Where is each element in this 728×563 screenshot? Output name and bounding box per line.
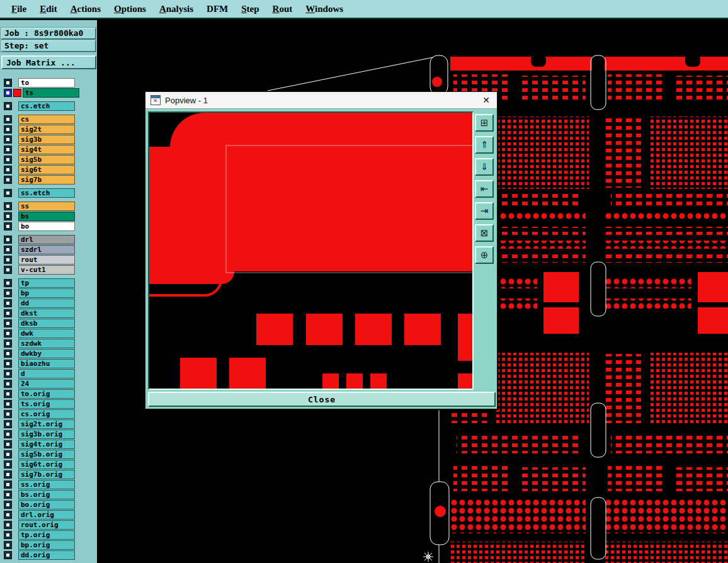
layer-name-dksb[interactable]: dksb [18, 319, 75, 328]
popview-viewport[interactable] [148, 111, 474, 390]
pan-center-button[interactable]: ⊕ [475, 246, 494, 264]
layer-name-sig7b.orig[interactable]: sig7b.orig [18, 470, 75, 479]
layer-name-ss.orig[interactable]: ss.orig [18, 480, 75, 489]
layer-name-cs[interactable]: cs [18, 115, 75, 124]
layer-name-sig7b[interactable]: sig7b [18, 175, 75, 185]
menu-item-actions[interactable]: Actions [71, 4, 101, 14]
layer-name-sig3b[interactable]: sig3b [18, 135, 75, 144]
menu-item-file[interactable]: File [11, 4, 26, 14]
layer-toggle-sig3b.orig[interactable] [4, 430, 12, 438]
layer-toggle-sig2t.orig[interactable] [4, 420, 12, 428]
layer-name-dkst[interactable]: dkst [18, 309, 75, 318]
layer-name-to.orig[interactable]: to.orig [18, 389, 75, 399]
menu-item-step[interactable]: Step [241, 4, 259, 14]
layer-toggle-cs[interactable] [4, 115, 12, 123]
layer-toggle-drl.orig[interactable] [4, 511, 12, 519]
layer-toggle-sig5b.orig[interactable] [4, 450, 12, 458]
layer-name-ts.orig[interactable]: ts.orig [18, 399, 75, 409]
layer-name-sig4t[interactable]: sig4t [18, 145, 75, 154]
layer-toggle-sig6t[interactable] [4, 166, 12, 174]
layer-name-dd.orig[interactable]: dd.orig [18, 550, 75, 560]
layer-name-bo[interactable]: bo [18, 222, 75, 231]
layer-toggle-bp.orig[interactable] [4, 541, 12, 549]
menu-item-dfm[interactable]: DFM [207, 4, 228, 14]
layer-toggle-to[interactable] [4, 79, 12, 87]
layer-toggle-biaozhu[interactable] [4, 360, 12, 368]
layer-name-sig3b.orig[interactable]: sig3b.orig [18, 429, 75, 439]
pan-right-button[interactable]: ⇥ [475, 202, 494, 220]
layer-toggle-sig4t[interactable] [4, 145, 12, 154]
layer-display-color-chip[interactable] [13, 89, 21, 97]
menu-item-windows[interactable]: Windows [305, 4, 343, 14]
layer-name-biaozhu[interactable]: biaozhu [18, 359, 75, 368]
layer-toggle-rout.orig[interactable] [4, 521, 12, 529]
layer-toggle-sig7b.orig[interactable] [4, 470, 12, 479]
layer-toggle-sig6t.orig[interactable] [4, 460, 12, 469]
layer-name-drl[interactable]: drl [18, 235, 75, 244]
layer-toggle-sig7b[interactable] [4, 176, 12, 184]
layer-toggle-tp.orig[interactable] [4, 531, 12, 539]
layer-toggle-bs[interactable] [4, 212, 12, 220]
layer-name-bp.orig[interactable]: bp.orig [18, 540, 75, 550]
layer-name-sig5b.orig[interactable]: sig5b.orig [18, 450, 75, 459]
layer-name-sig5b[interactable]: sig5b [18, 155, 75, 164]
layer-toggle-dwkby[interactable] [4, 350, 12, 358]
layer-name-sig6t[interactable]: sig6t [18, 165, 75, 174]
layer-name-ts[interactable]: ts [23, 88, 79, 98]
menu-item-analysis[interactable]: Analysis [159, 4, 193, 14]
layer-toggle-sig5b[interactable] [4, 156, 12, 164]
menu-item-rout[interactable]: Rout [273, 4, 293, 14]
layer-toggle-ss[interactable] [4, 202, 12, 210]
layer-name-drl.orig[interactable]: drl.orig [18, 510, 75, 520]
layer-toggle-dksb[interactable] [4, 319, 12, 327]
layer-toggle-bs.orig[interactable] [4, 491, 12, 499]
layer-name-sig2t.orig[interactable]: sig2t.orig [18, 419, 75, 429]
layer-name-bs.orig[interactable]: bs.orig [18, 490, 75, 499]
layer-toggle-szdwk[interactable] [4, 339, 12, 348]
layer-toggle-bo.orig[interactable] [4, 501, 12, 509]
layer-name-tp[interactable]: tp [18, 278, 75, 288]
popview-titlebar[interactable]: Popview - 1 ✕ [145, 92, 497, 109]
scroll-up-button[interactable]: ⇑ [475, 136, 494, 154]
layer-name-rout[interactable]: rout [18, 255, 75, 264]
layer-toggle-dwk[interactable] [4, 329, 12, 338]
layer-toggle-bo[interactable] [4, 222, 12, 230]
layer-toggle-dd.orig[interactable] [4, 551, 12, 559]
menu-item-options[interactable]: Options [114, 4, 146, 14]
menu-item-edit[interactable]: Edit [40, 4, 57, 14]
layer-toggle-d[interactable] [4, 370, 12, 378]
duplicate-view-button[interactable]: ⊞ [475, 114, 494, 132]
layer-toggle-szdrl[interactable] [4, 246, 12, 254]
layer-name-sig6t.orig[interactable]: sig6t.orig [18, 460, 75, 469]
layer-toggle-bp[interactable] [4, 289, 12, 297]
close-button[interactable]: Close [148, 392, 496, 407]
layer-name-24[interactable]: 24 [18, 379, 75, 389]
pan-left-button[interactable]: ⇤ [475, 180, 494, 198]
layer-toggle-to.orig[interactable] [4, 390, 12, 398]
layer-toggle-sig3b[interactable] [4, 135, 12, 144]
layer-name-bo.orig[interactable]: bo.orig [18, 500, 75, 509]
job-matrix-button[interactable]: Job Matrix ... [1, 55, 96, 69]
layer-toggle-ss.orig[interactable] [4, 481, 12, 489]
layer-name-ss.etch[interactable]: ss.etch [18, 188, 75, 198]
layer-name-ss[interactable]: ss [18, 202, 75, 211]
layer-name-bp[interactable]: bp [18, 288, 75, 298]
layer-name-cs.etch[interactable]: cs.etch [18, 101, 75, 111]
layer-name-v-cut1[interactable]: v-cut1 [18, 265, 75, 275]
layer-toggle-sig4t.orig[interactable] [4, 440, 12, 448]
layer-toggle-v-cut1[interactable] [4, 266, 12, 274]
layer-toggle-ts[interactable] [4, 89, 12, 97]
layer-toggle-rout[interactable] [4, 256, 12, 264]
layer-name-dd[interactable]: dd [18, 299, 75, 308]
layer-toggle-cs.orig[interactable] [4, 410, 12, 418]
layer-name-szdrl[interactable]: szdrl [18, 245, 75, 254]
zoom-fit-button[interactable]: ⊠ [475, 224, 494, 242]
layer-toggle-sig2t[interactable] [4, 125, 12, 134]
layer-toggle-24[interactable] [4, 380, 12, 388]
close-icon[interactable]: ✕ [481, 95, 492, 105]
layer-name-rout.orig[interactable]: rout.orig [18, 520, 75, 530]
layer-toggle-ts.orig[interactable] [4, 400, 12, 408]
layer-toggle-drl[interactable] [4, 236, 12, 244]
layer-name-to[interactable]: to [18, 78, 75, 88]
layer-name-d[interactable]: d [18, 369, 75, 378]
